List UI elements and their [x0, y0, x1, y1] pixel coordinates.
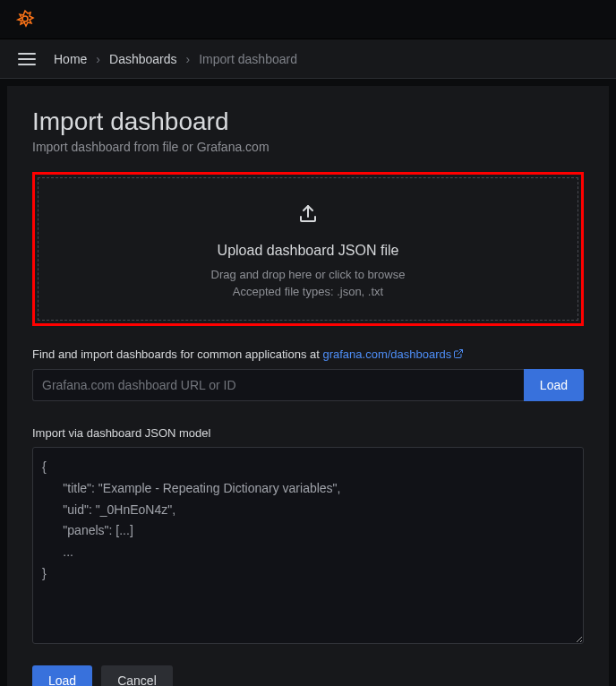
json-model-textarea[interactable]	[32, 447, 584, 644]
hamburger-menu-icon[interactable]	[14, 49, 43, 69]
external-link-icon	[453, 348, 464, 362]
grafana-label-prefix: Find and import dashboards for common ap…	[32, 347, 322, 361]
nav-bar: Home › Dashboards › Import dashboard	[0, 39, 616, 79]
main-content: Import dashboard Import dashboard from f…	[7, 86, 609, 686]
grafana-section-label: Find and import dashboards for common ap…	[32, 347, 584, 362]
grafana-url-input-row: Load	[32, 369, 584, 401]
app-header	[0, 0, 616, 39]
upload-title: Upload dashboard JSON file	[56, 243, 560, 259]
cancel-button[interactable]: Cancel	[101, 665, 173, 686]
chevron-right-icon: ›	[186, 52, 191, 66]
upload-icon	[297, 203, 319, 228]
action-row: Load Cancel	[32, 665, 584, 686]
chevron-right-icon: ›	[96, 52, 100, 66]
upload-filetypes: Accepted file types: .json, .txt	[56, 285, 560, 298]
json-section-label: Import via dashboard JSON model	[32, 426, 584, 440]
json-model-section: Import via dashboard JSON model	[32, 426, 584, 647]
upload-dropzone[interactable]: Upload dashboard JSON file Drag and drop…	[38, 177, 578, 321]
upload-hint: Drag and drop here or click to browse	[56, 268, 560, 281]
svg-point-0	[22, 16, 28, 21]
breadcrumb-dashboards[interactable]: Dashboards	[109, 52, 177, 66]
breadcrumb: Home › Dashboards › Import dashboard	[54, 52, 297, 66]
grafana-logo-icon[interactable]	[14, 9, 36, 30]
upload-zone-highlight: Upload dashboard JSON file Drag and drop…	[32, 172, 584, 326]
grafana-dashboards-link[interactable]: grafana.com/dashboards	[322, 347, 464, 361]
grafana-url-input[interactable]	[32, 369, 524, 401]
page-subtitle: Import dashboard from file or Grafana.co…	[32, 140, 584, 154]
load-url-button[interactable]: Load	[524, 369, 584, 401]
breadcrumb-home[interactable]: Home	[54, 52, 87, 66]
load-button[interactable]: Load	[32, 665, 92, 686]
svg-line-1	[458, 350, 463, 356]
breadcrumb-current: Import dashboard	[199, 52, 297, 66]
page-title: Import dashboard	[32, 107, 584, 136]
